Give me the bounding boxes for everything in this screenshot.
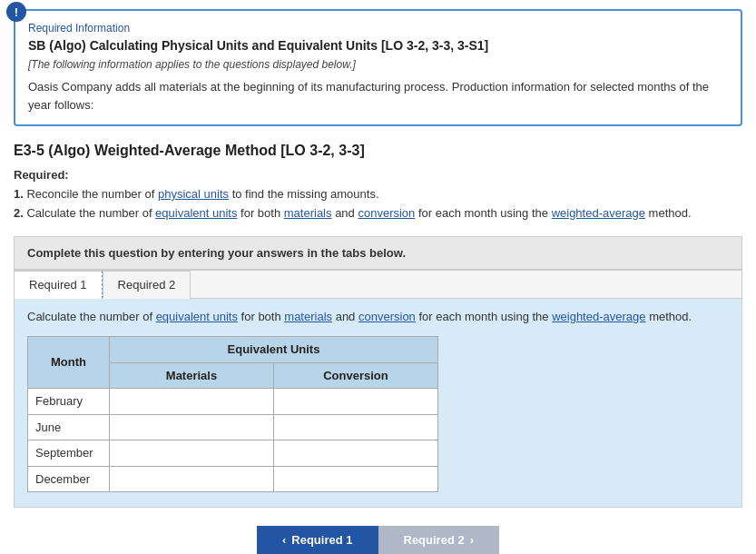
conversion-december-input[interactable] [274, 469, 437, 490]
materials-december-input[interactable] [110, 469, 273, 490]
month-september: September [28, 440, 110, 467]
next-arrow-icon: › [470, 533, 474, 547]
tab-required-2[interactable]: Required 2 [103, 271, 191, 299]
month-february: February [28, 389, 110, 415]
req-text-2: Calculate the number of equivalent units… [26, 206, 691, 220]
equivalent-units-table: Month Equivalent Units Materials Convers… [27, 336, 438, 492]
req-num-1: 1. [14, 187, 26, 201]
materials-june[interactable] [110, 414, 274, 440]
col-conversion-header: Conversion [274, 362, 438, 389]
materials-february-input[interactable] [110, 391, 273, 411]
table-row: February [28, 389, 438, 415]
prev-button[interactable]: ‹ Required 1 [257, 526, 378, 554]
bottom-nav: ‹ Required 1 Required 2 › [14, 526, 742, 554]
info-box-body: Oasis Company adds all materials at the … [28, 78, 728, 114]
tab-content: Calculate the number of equivalent units… [15, 299, 741, 507]
required-label: Required: [14, 168, 742, 182]
conversion-september-input[interactable] [274, 442, 437, 463]
tabs-container: Required 1 Required 2 Calculate the numb… [14, 270, 742, 508]
month-june: June [28, 414, 110, 440]
tab-required-1[interactable]: Required 1 [15, 271, 103, 299]
materials-september[interactable] [110, 440, 274, 467]
tabs-bar: Required 1 Required 2 [15, 271, 741, 299]
info-box-italic: [The following information applies to th… [28, 58, 728, 71]
section-heading: E3-5 (Algo) Weighted-Average Method [LO … [14, 143, 742, 159]
req-num-2: 2. [14, 206, 26, 220]
table-row: June [28, 414, 438, 440]
info-icon: ! [6, 2, 26, 22]
complete-box: Complete this question by entering your … [14, 236, 742, 270]
conversion-december[interactable] [274, 466, 438, 492]
conversion-september[interactable] [274, 440, 438, 467]
materials-june-input[interactable] [110, 417, 273, 438]
conversion-june[interactable] [274, 414, 438, 440]
materials-september-input[interactable] [110, 442, 273, 463]
table-row: September [28, 440, 438, 467]
next-button-label: Required 2 [404, 533, 465, 547]
info-box-heading: SB (Algo) Calculating Physical Units and… [28, 38, 728, 53]
table-row: December [28, 466, 438, 492]
conversion-june-input[interactable] [274, 417, 437, 438]
prev-arrow-icon: ‹ [282, 533, 286, 547]
required-item-1: 1. Reconcile the number of physical unit… [14, 185, 742, 204]
conversion-february-input[interactable] [274, 391, 437, 411]
conversion-february[interactable] [274, 389, 438, 415]
prev-button-label: Required 1 [291, 533, 352, 547]
table-wrapper: Month Equivalent Units Materials Convers… [27, 336, 438, 492]
info-box: ! Required Information SB (Algo) Calcula… [14, 9, 742, 126]
tab-content-text: Calculate the number of equivalent units… [27, 310, 692, 323]
col-materials-header: Materials [110, 362, 274, 389]
materials-february[interactable] [110, 389, 274, 415]
eq-units-header: Equivalent Units [110, 337, 438, 363]
required-list: 1. Reconcile the number of physical unit… [14, 185, 742, 223]
req-text-1: Reconcile the number of physical units t… [26, 187, 378, 201]
col-month-header: Month [28, 337, 110, 389]
required-item-2: 2. Calculate the number of equivalent un… [14, 204, 742, 223]
next-button[interactable]: Required 2 › [378, 526, 500, 554]
materials-december[interactable] [110, 466, 274, 492]
info-box-title: Required Information [28, 22, 728, 35]
month-december: December [28, 466, 110, 492]
